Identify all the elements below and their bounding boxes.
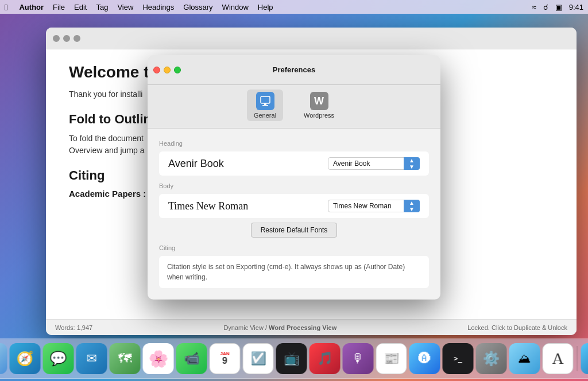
svg-rect-2 [262,105,268,106]
menubar-left:  Author File Edit Tag View Headings Glo… [5,2,273,12]
prefs-title: Preferences [273,65,315,74]
prefs-toolbar: General W Wordpress [148,85,440,129]
preferences-dialog: Preferences General W Wordpress Heading … [148,55,440,300]
prefs-traffic-lights [153,67,181,73]
dock-mail[interactable]: ✉ [76,343,107,374]
heading-font-preview: Avenir Book [168,158,224,170]
dock-calendar[interactable]: JAN9 [210,343,241,374]
menu-view[interactable]: View [117,3,133,11]
apple-menu[interactable]:  [5,2,7,12]
dock-facetime[interactable]: 📹 [176,343,207,374]
svg-rect-0 [261,96,270,103]
citing-section-label: Citing [159,244,429,251]
menu-file[interactable]: File [53,3,65,11]
tab-general[interactable]: General [247,90,283,121]
traffic-lights [53,35,80,42]
dock-messages[interactable]: 💬 [43,343,74,374]
tab-wordpress-label: Wordpress [304,112,334,119]
prefs-close-button[interactable] [153,67,160,73]
dock-photos[interactable]: 🌸 [143,343,174,374]
app-statusbar: Words: 1,947 Dynamic View / Word Process… [46,319,577,335]
menu-glossary[interactable]: Glossary [183,3,212,11]
heading-font-select[interactable]: Avenir Book Helvetica Times New Roman Ge… [328,157,420,170]
dock-reminders[interactable]: ☑️ [243,343,274,374]
heading-section-label: Heading [159,140,429,147]
prefs-minimize-button[interactable] [164,67,171,73]
dock-music[interactable]: 🎵 [310,343,341,374]
dock-system-preferences[interactable]: ⚙️ [476,343,507,374]
minimize-button[interactable] [63,35,70,42]
general-icon [256,92,274,110]
dock-launchpad[interactable]: ⠿ [0,343,7,374]
menubar:  Author File Edit Tag View Headings Glo… [0,0,588,14]
menu-app-name[interactable]: Author [19,3,44,11]
menubar-right: ≈ ☌ ▣ 9:41 [532,3,583,11]
dock-tv[interactable]: 📺 [276,343,307,374]
body-section-label: Body [159,182,429,189]
body-font-select[interactable]: Times New Roman Georgia Avenir Book Helv… [328,200,420,212]
body-font-preview: Times New Roman [168,200,248,212]
heading-select-container: Avenir Book Helvetica Times New Roman Ge… [328,157,420,170]
prefs-titlebar: Preferences [148,55,440,85]
close-button[interactable] [53,35,60,42]
dock-safari[interactable]: 🧭 [10,343,41,374]
dock-maps[interactable]: 🗺 [110,343,141,374]
menu-headings[interactable]: Headings [142,3,174,11]
restore-defaults-button[interactable]: Restore Default Fonts [251,223,338,238]
dock-news[interactable]: 📰 [376,343,407,374]
body-select-container: Times New Roman Georgia Avenir Book Helv… [328,200,420,212]
heading-font-row: Avenir Book Avenir Book Helvetica Times … [159,151,429,176]
wifi-icon[interactable]: ≈ [532,3,536,11]
app-titlebar [46,28,577,49]
menu-edit[interactable]: Edit [74,3,87,11]
prefs-body: Heading Avenir Book Avenir Book Helvetic… [148,129,440,300]
tab-wordpress[interactable]: W Wordpress [297,90,341,121]
dock: 🔵 ⠿ 🧭 💬 ✉ 🗺 🌸 📹 JAN9 ☑️ 📺 🎵 🎙 [0,339,588,379]
menu-window[interactable]: Window [222,3,249,11]
prefs-maximize-button[interactable] [174,67,181,73]
dock-blue-app[interactable]: 💾 [581,343,589,374]
dock-maps2[interactable]: ⛰ [509,343,540,374]
dock-appstore[interactable]: 🅐 [409,343,440,374]
menu-tag[interactable]: Tag [96,3,108,11]
maximize-button[interactable] [74,35,80,42]
lock-status[interactable]: Locked. Click to Duplicate & Unlock [467,324,567,331]
menu-help[interactable]: Help [258,3,273,11]
body-font-row: Times New Roman Times New Roman Georgia … [159,194,429,218]
citing-text: Citation style is set on Exporting (cmd-… [159,256,429,288]
control-center-icon[interactable]: ▣ [555,3,562,11]
wordpress-icon: W [310,92,328,110]
search-icon[interactable]: ☌ [543,3,548,11]
clock: 9:41 [569,3,583,11]
word-count: Words: 1,947 [55,324,92,331]
dock-podcasts[interactable]: 🎙 [343,343,374,374]
dock-fontbook[interactable]: A [543,343,574,374]
dock-separator [577,346,578,371]
view-mode: Dynamic View / Word Processing View [223,324,336,331]
tab-general-label: General [254,112,276,119]
dock-terminal[interactable]: >_ [443,343,474,374]
citing-section: Citing Citation style is set on Exportin… [159,244,429,288]
svg-rect-1 [264,103,266,105]
